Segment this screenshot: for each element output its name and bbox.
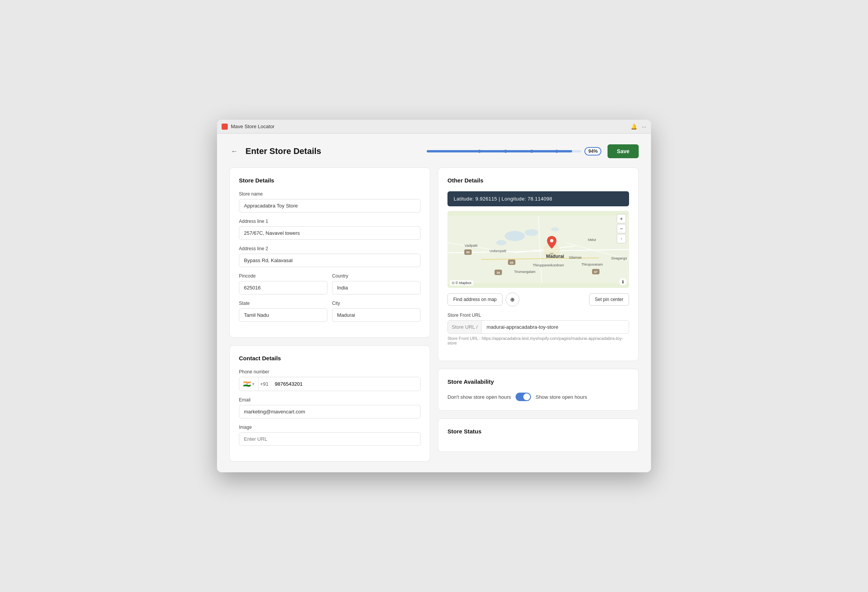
- pincode-group: Pincode: [239, 273, 327, 294]
- svg-text:Vadipatti: Vadipatti: [465, 244, 477, 248]
- coords-bar: Latitude: 9.926115 | Longitude: 78.11409…: [447, 191, 629, 206]
- svg-point-5: [551, 227, 559, 231]
- svg-text:85: 85: [466, 251, 470, 254]
- more-icon[interactable]: ···: [642, 124, 646, 130]
- phone-row: 🇮🇳 ▾ +91: [239, 377, 421, 391]
- map-actions-row: Find address on map ⊕ Set pin center: [447, 293, 629, 306]
- pincode-input[interactable]: [239, 281, 327, 294]
- country-label: Country: [332, 273, 421, 279]
- store-name-input[interactable]: [239, 199, 421, 212]
- chevron-down-icon: ▾: [252, 382, 254, 386]
- store-status-title: Store Status: [447, 428, 629, 435]
- address1-label: Address line 1: [239, 219, 421, 224]
- storefront-hint: Store Front URL : https://appracadabra-t…: [447, 336, 629, 345]
- country-group: Country: [332, 273, 421, 294]
- progress-bar-container: 94%: [427, 147, 602, 156]
- zoom-in-button[interactable]: +: [617, 214, 626, 223]
- back-button[interactable]: ←: [229, 146, 239, 157]
- pincode-label: Pincode: [239, 273, 327, 279]
- state-city-row: State City: [239, 301, 421, 328]
- show-label: Show store open hours: [536, 394, 587, 400]
- two-col-layout: Store Details Store name Address line 1 …: [229, 167, 639, 462]
- address1-input[interactable]: [239, 226, 421, 240]
- email-label: Email: [239, 397, 421, 403]
- map-svg: 85 85 38 87 Usilampatti Vadipatti Melur …: [447, 211, 629, 288]
- store-availability-title: Store Availability: [447, 378, 629, 385]
- store-name-group: Store name: [239, 191, 421, 212]
- svg-text:Sivaganga: Sivaganga: [611, 256, 627, 260]
- store-availability-card: Store Availability Don't show store open…: [438, 369, 639, 411]
- other-details-card: Other Details Latitude: 9.926115 | Longi…: [438, 167, 639, 361]
- header-row: ← Enter Store Details 94% Save: [229, 144, 639, 158]
- phone-input[interactable]: [270, 378, 420, 390]
- map-container[interactable]: 85 85 38 87 Usilampatti Vadipatti Melur …: [447, 211, 629, 288]
- svg-text:Tirumangalam: Tirumangalam: [514, 270, 536, 274]
- storefront-url-row: Store URL /: [447, 320, 629, 334]
- save-button[interactable]: Save: [608, 144, 639, 158]
- zoom-out-button[interactable]: −: [617, 224, 626, 233]
- map-controls: + − ↑: [617, 214, 626, 243]
- store-status-card: Store Status: [438, 418, 639, 452]
- storefront-url-input[interactable]: [482, 321, 629, 333]
- progress-dot-2: [504, 150, 507, 153]
- email-input[interactable]: [239, 405, 421, 418]
- address2-group: Address line 2: [239, 246, 421, 267]
- reset-north-button[interactable]: ↑: [617, 234, 626, 243]
- titlebar-actions: 🔔 ···: [631, 124, 646, 130]
- city-label: City: [332, 301, 421, 306]
- city-input[interactable]: [332, 308, 421, 322]
- other-details-title: Other Details: [447, 177, 629, 184]
- progress-fill: [427, 150, 572, 152]
- progress-dot-4: [555, 150, 558, 153]
- address2-label: Address line 2: [239, 246, 421, 251]
- progress-dot-1: [478, 150, 481, 153]
- svg-point-3: [525, 229, 538, 236]
- state-input[interactable]: [239, 308, 327, 322]
- image-group: Image: [239, 425, 421, 446]
- find-address-button[interactable]: Find address on map: [447, 293, 502, 306]
- pincode-country-row: Pincode Country: [239, 273, 421, 301]
- set-pin-center-button[interactable]: Set pin center: [589, 293, 629, 306]
- svg-point-31: [550, 239, 554, 242]
- svg-text:Thirupuvanam: Thirupuvanam: [581, 263, 603, 266]
- svg-text:38: 38: [497, 271, 500, 274]
- page-title: Enter Store Details: [245, 146, 421, 156]
- map-info-button[interactable]: ℹ: [619, 278, 627, 286]
- svg-text:Silaiman: Silaiman: [569, 256, 582, 259]
- notification-icon[interactable]: 🔔: [631, 124, 637, 130]
- storefront-url-label: Store Front URL: [447, 313, 629, 318]
- store-details-card: Store Details Store name Address line 1 …: [229, 167, 430, 338]
- locate-button[interactable]: ⊕: [506, 293, 519, 306]
- titlebar: Mave Store Locator 🔔 ···: [217, 120, 651, 134]
- state-label: State: [239, 301, 327, 306]
- svg-point-4: [496, 240, 506, 246]
- image-input[interactable]: [239, 432, 421, 446]
- svg-text:87: 87: [594, 270, 598, 274]
- availability-toggle[interactable]: [516, 393, 531, 401]
- app-title: Mave Store Locator: [231, 124, 274, 129]
- main-content: ← Enter Store Details 94% Save: [217, 134, 651, 472]
- app-icon: [222, 124, 228, 130]
- phone-flag[interactable]: 🇮🇳 ▾: [239, 377, 259, 391]
- store-url-prefix: Store URL /: [448, 321, 482, 333]
- left-column: Store Details Store name Address line 1 …: [229, 167, 430, 462]
- store-name-label: Store name: [239, 191, 421, 197]
- address1-group: Address line 1: [239, 219, 421, 240]
- city-group: City: [332, 301, 421, 322]
- flag-emoji: 🇮🇳: [243, 380, 251, 388]
- country-input[interactable]: [332, 281, 421, 294]
- address2-input[interactable]: [239, 254, 421, 267]
- locate-icon: ⊕: [510, 296, 515, 303]
- right-column: Other Details Latitude: 9.926115 | Longi…: [438, 167, 639, 462]
- availability-row: Don't show store open hours Show store o…: [447, 393, 629, 401]
- image-label: Image: [239, 425, 421, 430]
- svg-text:85: 85: [510, 261, 514, 264]
- contact-details-card: Contact Details Phone number 🇮🇳 ▾ +91: [229, 345, 430, 462]
- svg-text:Melur: Melur: [588, 238, 596, 242]
- phone-group: Phone number 🇮🇳 ▾ +91: [239, 369, 421, 391]
- state-group: State: [239, 301, 327, 322]
- store-details-title: Store Details: [239, 177, 421, 184]
- mapbox-logo: ⊙ © Mapbox: [450, 280, 473, 286]
- svg-text:Madurai: Madurai: [546, 254, 564, 259]
- contact-details-title: Contact Details: [239, 355, 421, 361]
